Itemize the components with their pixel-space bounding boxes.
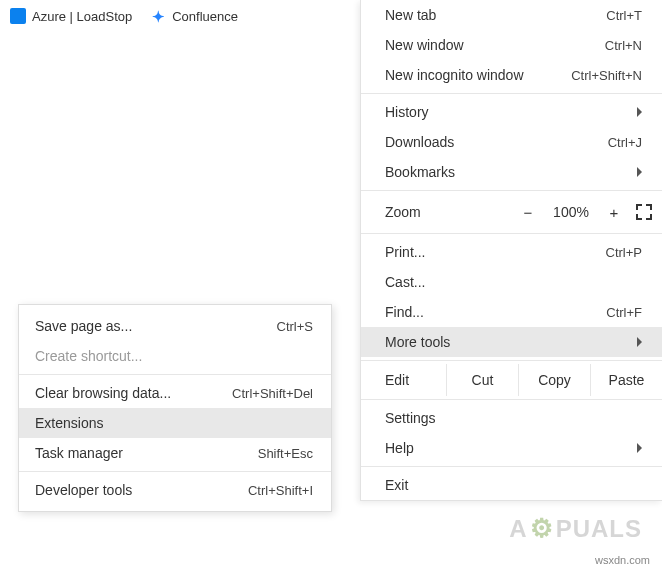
menu-more-tools[interactable]: More tools <box>361 327 662 357</box>
menu-new-incognito[interactable]: New incognito window Ctrl+Shift+N <box>361 60 662 90</box>
chevron-right-icon <box>637 337 642 347</box>
submenu-clear-browsing-data[interactable]: Clear browsing data... Ctrl+Shift+Del <box>19 378 331 408</box>
menu-label: New incognito window <box>385 67 557 83</box>
menu-cast[interactable]: Cast... <box>361 267 662 297</box>
menu-separator <box>19 471 331 472</box>
cut-button[interactable]: Cut <box>446 364 518 396</box>
menu-label: Downloads <box>385 134 594 150</box>
menu-label: Settings <box>385 410 642 426</box>
menu-label: Save page as... <box>35 318 263 334</box>
menu-edit-row: Edit Cut Copy Paste <box>361 364 662 396</box>
zoom-controls: − 100% + <box>518 204 652 221</box>
menu-label: Create shortcut... <box>35 348 313 364</box>
menu-label: Developer tools <box>35 482 234 498</box>
menu-separator <box>361 233 662 234</box>
menu-bookmarks[interactable]: Bookmarks <box>361 157 662 187</box>
menu-shortcut: Ctrl+F <box>592 305 642 320</box>
chevron-right-icon <box>637 167 642 177</box>
menu-history[interactable]: History <box>361 97 662 127</box>
menu-exit[interactable]: Exit <box>361 470 662 500</box>
chrome-main-menu: New tab Ctrl+T New window Ctrl+N New inc… <box>360 0 662 501</box>
paste-button[interactable]: Paste <box>590 364 662 396</box>
watermark-logo: A ⚙ PUALS <box>509 513 642 544</box>
bookmark-label: Confluence <box>172 9 238 24</box>
source-footer: wsxdn.com <box>595 554 650 566</box>
submenu-task-manager[interactable]: Task manager Shift+Esc <box>19 438 331 468</box>
menu-label: Task manager <box>35 445 244 461</box>
menu-separator <box>361 93 662 94</box>
menu-separator <box>361 360 662 361</box>
menu-shortcut: Ctrl+Shift+Del <box>218 386 313 401</box>
menu-shortcut: Ctrl+Shift+N <box>557 68 642 83</box>
edit-label: Edit <box>361 364 446 396</box>
menu-label: New window <box>385 37 591 53</box>
watermark-text-left: A <box>509 515 527 543</box>
chevron-right-icon <box>637 107 642 117</box>
menu-shortcut: Ctrl+J <box>594 135 642 150</box>
menu-help[interactable]: Help <box>361 433 662 463</box>
chevron-right-icon <box>637 443 642 453</box>
submenu-extensions[interactable]: Extensions <box>19 408 331 438</box>
menu-shortcut: Ctrl+T <box>592 8 642 23</box>
menu-label: Bookmarks <box>385 164 627 180</box>
menu-label: Extensions <box>35 415 313 431</box>
menu-label: History <box>385 104 627 120</box>
menu-find[interactable]: Find... Ctrl+F <box>361 297 662 327</box>
menu-label: Clear browsing data... <box>35 385 218 401</box>
menu-label: Find... <box>385 304 592 320</box>
menu-label: Print... <box>385 244 592 260</box>
menu-shortcut: Ctrl+S <box>263 319 313 334</box>
menu-shortcut: Shift+Esc <box>244 446 313 461</box>
menu-label: Exit <box>385 477 642 493</box>
edit-buttons: Cut Copy Paste <box>446 364 662 396</box>
bookmark-azure[interactable]: Azure | LoadStop <box>10 8 132 24</box>
menu-settings[interactable]: Settings <box>361 403 662 433</box>
menu-separator <box>361 466 662 467</box>
zoom-in-button[interactable]: + <box>604 204 624 221</box>
menu-label: Cast... <box>385 274 642 290</box>
azure-icon <box>10 8 26 24</box>
menu-separator <box>19 374 331 375</box>
confluence-icon: ✦ <box>150 8 166 24</box>
menu-new-window[interactable]: New window Ctrl+N <box>361 30 662 60</box>
bookmark-label: Azure | LoadStop <box>32 9 132 24</box>
menu-separator <box>361 399 662 400</box>
menu-shortcut: Ctrl+P <box>592 245 642 260</box>
zoom-label: Zoom <box>385 204 518 220</box>
submenu-create-shortcut[interactable]: Create shortcut... <box>19 341 331 371</box>
fullscreen-icon[interactable] <box>636 204 652 220</box>
submenu-developer-tools[interactable]: Developer tools Ctrl+Shift+I <box>19 475 331 505</box>
copy-button[interactable]: Copy <box>518 364 590 396</box>
bookmarks-bar: Azure | LoadStop ✦ Confluence <box>0 8 238 24</box>
menu-new-tab[interactable]: New tab Ctrl+T <box>361 0 662 30</box>
watermark-text-right: PUALS <box>556 515 642 543</box>
menu-shortcut: Ctrl+Shift+I <box>234 483 313 498</box>
menu-label: New tab <box>385 7 592 23</box>
menu-label: More tools <box>385 334 627 350</box>
menu-zoom-row: Zoom − 100% + <box>361 194 662 230</box>
menu-print[interactable]: Print... Ctrl+P <box>361 237 662 267</box>
menu-separator <box>361 190 662 191</box>
more-tools-submenu: Save page as... Ctrl+S Create shortcut..… <box>18 304 332 512</box>
gear-icon: ⚙ <box>530 513 554 544</box>
menu-shortcut: Ctrl+N <box>591 38 642 53</box>
menu-downloads[interactable]: Downloads Ctrl+J <box>361 127 662 157</box>
submenu-save-page-as[interactable]: Save page as... Ctrl+S <box>19 311 331 341</box>
zoom-value: 100% <box>550 204 592 220</box>
menu-label: Help <box>385 440 627 456</box>
bookmark-confluence[interactable]: ✦ Confluence <box>150 8 238 24</box>
zoom-out-button[interactable]: − <box>518 204 538 221</box>
